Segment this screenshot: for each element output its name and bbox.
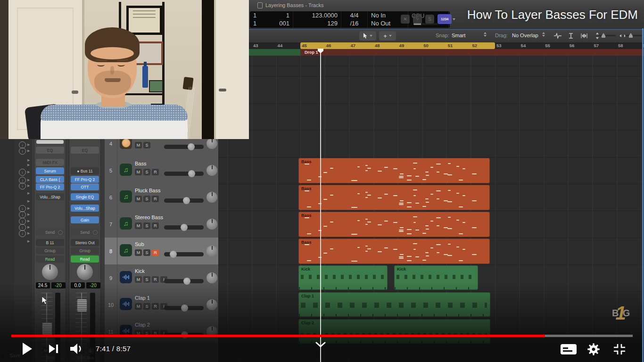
next-button[interactable] — [49, 344, 59, 354]
exit-fullscreen-button[interactable] — [612, 343, 627, 355]
track-m-button[interactable]: M — [135, 276, 142, 283]
track-r-button[interactable]: R — [152, 276, 159, 283]
snap-value[interactable]: Smart — [452, 33, 465, 38]
captions-button[interactable] — [560, 343, 577, 355]
track-s-button[interactable]: S — [143, 222, 150, 229]
disclosure-triangle-icon[interactable]: ▶ — [27, 219, 30, 223]
video-title-link[interactable]: How To Layer Basses For EDM — [467, 8, 638, 22]
playhead[interactable] — [320, 49, 321, 362]
track-r-button[interactable]: R — [152, 249, 159, 256]
plugin-slot[interactable]: Volu...Shap — [36, 193, 64, 200]
track-pan-knob[interactable] — [206, 219, 217, 230]
track-header-row[interactable]: 5♫BassMSR — [105, 157, 218, 184]
output-slot[interactable]: B 11 — [36, 239, 64, 246]
lcd-position[interactable]: 11 1001 — [250, 11, 293, 28]
tuner-button[interactable]: ⑂ — [413, 15, 422, 24]
disclosure-triangle-icon[interactable]: ▶ — [27, 184, 30, 188]
automation-arrow-icon[interactable]: ↓ — [19, 211, 26, 218]
drag-value[interactable]: No Overlap — [512, 33, 538, 38]
count-in-button[interactable]: 1234 — [438, 14, 452, 24]
lcd-chevron-icon[interactable] — [453, 18, 455, 20]
track-s-button[interactable]: S — [143, 249, 150, 256]
track-volume-slider[interactable] — [164, 252, 204, 256]
disclosure-triangle-icon[interactable]: ▶ — [27, 191, 30, 195]
automation-arrow-icon[interactable]: ↓ — [19, 182, 26, 189]
circle-x-button[interactable]: ✕ — [401, 15, 410, 24]
plugin-slot[interactable]: FF Pro-Q 2 — [71, 176, 99, 183]
channel-watermark[interactable]: B 1 G — [612, 304, 630, 321]
track-r-button[interactable]: R — [152, 222, 159, 229]
disclosure-triangle-icon[interactable]: ▶ — [27, 239, 30, 243]
plugin-slot[interactable]: EQ — [36, 147, 64, 154]
track-pan-knob[interactable] — [206, 246, 217, 256]
horizontal-zoom-slider[interactable] — [625, 35, 642, 36]
volume-button[interactable] — [70, 343, 84, 354]
track-volume-slider[interactable] — [164, 172, 204, 176]
plugin-slot[interactable]: OTT — [71, 183, 99, 190]
plugin-slot[interactable]: FF Pro-Q 2 — [36, 183, 64, 190]
secondary-tool-button[interactable]: + — [379, 31, 396, 41]
drop-marker[interactable]: Drop 1 — [300, 49, 644, 56]
group-slot[interactable]: Group — [71, 247, 99, 254]
track-volume-slider[interactable] — [164, 145, 204, 149]
disclosure-triangle-icon[interactable]: ▶ — [27, 206, 30, 210]
automation-mode-button[interactable]: Read — [36, 255, 64, 263]
disclosure-triangle-icon[interactable]: ▶ — [27, 178, 30, 182]
disclosure-triangle-icon[interactable]: ▶ — [27, 158, 30, 162]
midi-region[interactable]: Bass — [298, 185, 490, 210]
disclosure-triangle-icon[interactable]: ▶ — [27, 225, 30, 229]
track-pan-knob[interactable] — [206, 165, 217, 176]
automation-arrow-icon[interactable]: ↓ — [19, 169, 26, 176]
marquee-tool-button[interactable] — [566, 32, 576, 40]
track-m-button[interactable]: M — [135, 222, 142, 229]
plugin-slot[interactable]: ● Bus 11 — [71, 167, 99, 174]
solo-button[interactable]: S — [425, 15, 434, 24]
disclosure-triangle-icon[interactable]: ▶ — [27, 231, 30, 235]
chevron-down-icon[interactable] — [314, 341, 327, 349]
disclosure-triangle-icon[interactable]: ▶ — [27, 213, 30, 216]
bar-ruler[interactable]: 4344454647484950515253545556575859 — [218, 42, 644, 49]
progress-bar[interactable] — [11, 335, 633, 337]
track-header-row[interactable]: 8♫SubMSR — [105, 238, 218, 265]
automation-arrow-icon[interactable]: ↓ — [19, 148, 26, 155]
plugin-slot[interactable]: Gain — [71, 216, 99, 223]
track-volume-slider[interactable] — [164, 198, 204, 203]
lcd-time-signature[interactable]: 4/4 /16 — [341, 11, 368, 28]
track-s-button[interactable]: S — [143, 196, 150, 202]
track-volume-slider[interactable] — [164, 225, 204, 230]
send-slot[interactable]: Send — [36, 229, 64, 236]
track-r-button[interactable]: R — [152, 196, 159, 202]
disclosure-triangle-icon[interactable]: ▶ — [27, 143, 30, 147]
track-header-row[interactable]: 6♫Pluck BassMSR — [105, 184, 218, 211]
drag-dropdown-icon[interactable] — [542, 32, 545, 37]
strip-setting-button[interactable] — [36, 140, 64, 144]
midi-region[interactable]: Bass — [298, 239, 490, 264]
track-pan-knob[interactable] — [206, 192, 217, 203]
play-button[interactable] — [22, 342, 33, 355]
midi-region[interactable]: Bass — [298, 158, 490, 183]
waveform-zoom-button[interactable] — [553, 32, 563, 40]
playhead-marker-icon[interactable] — [317, 48, 324, 54]
track-pan-knob[interactable] — [206, 138, 217, 149]
track-pan-knob[interactable] — [206, 272, 217, 283]
plugin-slot[interactable]: EQ — [71, 147, 99, 154]
disclosure-triangle-icon[interactable]: ▶ — [27, 170, 30, 174]
track-r-button[interactable]: R — [152, 169, 159, 175]
lcd-tempo[interactable]: 123.0000 129 — [293, 11, 341, 28]
automation-mode-button[interactable]: Read — [71, 255, 99, 263]
track-s-button[interactable]: S — [143, 142, 150, 148]
disclosure-triangle-icon[interactable]: ▶ — [27, 149, 30, 153]
track-s-button[interactable]: S — [143, 276, 150, 283]
track-header-row[interactable]: 7♫Stereo BassMSR — [105, 211, 218, 238]
track-m-button[interactable]: M — [135, 169, 142, 175]
settings-gear-icon[interactable] — [587, 343, 600, 356]
midi-region[interactable]: Bass — [298, 212, 490, 237]
marker-lane[interactable]: Drop 1 — [218, 49, 644, 56]
automation-arrow-icon[interactable]: ↓ — [19, 230, 26, 237]
plugin-slot[interactable]: CLA Bass ( — [36, 176, 64, 183]
disclosure-triangle-icon[interactable]: ▶ — [27, 199, 30, 203]
catch-playhead-button[interactable] — [579, 32, 589, 40]
pan-knob[interactable] — [42, 264, 58, 280]
snap-dropdown-icon[interactable] — [484, 32, 487, 37]
track-m-button[interactable]: M — [135, 142, 142, 148]
